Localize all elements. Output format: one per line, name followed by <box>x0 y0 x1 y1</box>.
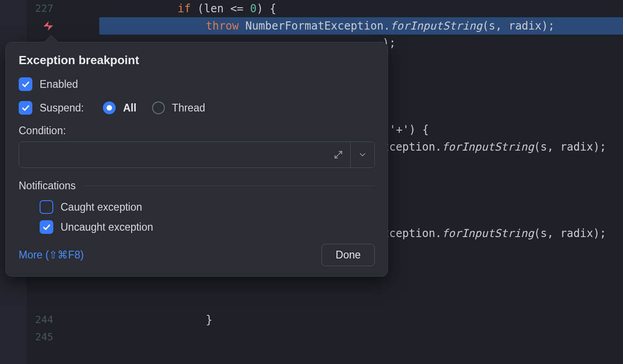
code-line: 245 <box>0 329 623 346</box>
caught-exception-row: Caught exception <box>40 200 375 214</box>
uncaught-exception-checkbox[interactable] <box>40 220 53 234</box>
suspend-all-label: All <box>123 102 136 114</box>
line-number: 227 <box>0 0 57 17</box>
caught-exception-label: Caught exception <box>61 201 142 213</box>
code-line <box>0 277 623 294</box>
exception-breakpoint-popover: Exception breakpoint Enabled Suspend: Al… <box>5 42 388 277</box>
popover-title: Exception breakpoint <box>19 53 375 67</box>
notifications-label: Notifications <box>19 180 76 192</box>
done-button[interactable]: Done <box>322 244 375 266</box>
notifications-header: Notifications <box>19 180 375 192</box>
chevron-down-icon[interactable] <box>351 142 374 167</box>
suspend-checkbox[interactable] <box>19 101 32 115</box>
code-line <box>0 294 623 311</box>
code-line: throw NumberFormatException.forInputStri… <box>0 17 623 35</box>
code-text: throw NumberFormatException.forInputStri… <box>206 17 555 35</box>
exception-breakpoint-icon[interactable] <box>39 17 57 35</box>
uncaught-exception-label: Uncaught exception <box>61 221 153 233</box>
condition-field-wrapper <box>19 142 375 168</box>
condition-input[interactable] <box>19 142 327 167</box>
code-text: } <box>206 311 212 329</box>
caught-exception-checkbox[interactable] <box>40 200 53 214</box>
code-text: xception.forInputString(s, radix); <box>383 138 606 156</box>
line-number: 245 <box>0 329 57 346</box>
enabled-row: Enabled <box>19 77 375 91</box>
suspend-label: Suspend: <box>40 102 84 114</box>
suspend-row: Suspend: All Thread <box>19 101 375 115</box>
enabled-checkbox[interactable] <box>19 77 32 91</box>
more-breakpoints-link[interactable]: More (⇧⌘F8) <box>19 249 84 261</box>
suspend-thread-radio[interactable] <box>152 101 165 114</box>
code-text: xception.forInputString(s, radix); <box>383 225 606 242</box>
suspend-thread-label: Thread <box>172 102 205 114</box>
expand-condition-icon[interactable] <box>327 142 350 167</box>
code-text: '+') { <box>389 121 429 138</box>
divider <box>84 186 375 186</box>
uncaught-exception-row: Uncaught exception <box>40 220 375 234</box>
code-line: 244} <box>0 311 623 329</box>
suspend-all-radio[interactable] <box>103 101 116 114</box>
enabled-label: Enabled <box>40 78 78 91</box>
code-text: if (len <= 0) { <box>178 0 276 17</box>
line-number: 244 <box>0 311 57 329</box>
code-line: 227if (len <= 0) { <box>0 0 623 17</box>
condition-label: Condition: <box>19 125 375 137</box>
